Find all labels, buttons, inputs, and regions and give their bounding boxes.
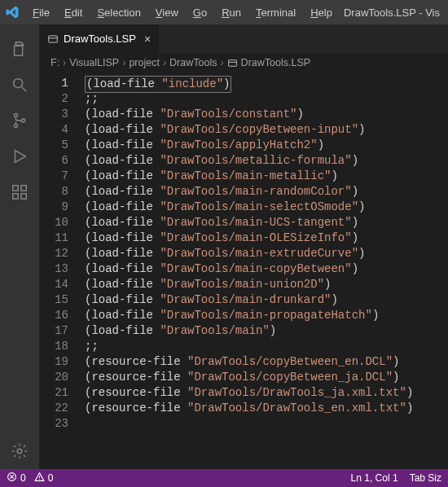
- svg-rect-6: [13, 194, 18, 199]
- code-line[interactable]: (load-file "DrawTools/metallic-formula"): [85, 153, 448, 169]
- line-number: 11: [39, 230, 68, 246]
- code-line[interactable]: (load-file "DrawTools/main-propagateHatc…: [85, 308, 448, 323]
- line-number: 18: [39, 339, 68, 354]
- editor-area: DrawTools.LSP × F: › VisualLISP › projec…: [39, 24, 448, 469]
- breadcrumb-sep-icon: ›: [63, 57, 66, 68]
- svg-point-4: [22, 119, 25, 122]
- code-line[interactable]: (load-file "DrawTools/copyBetween-input"…: [85, 122, 448, 138]
- line-number: 3: [39, 107, 68, 122]
- warning-icon: [34, 472, 45, 485]
- settings-gear-icon[interactable]: [0, 433, 39, 469]
- code-line[interactable]: (load-file "DrawTools/applyHatch2"): [85, 138, 448, 153]
- code-line[interactable]: (load-file "DrawTools/main-union2D"): [85, 277, 448, 292]
- source-control-icon[interactable]: [0, 103, 39, 138]
- breadcrumb-sep-icon: ›: [122, 57, 125, 68]
- svg-rect-8: [21, 186, 26, 191]
- editor-tabs: DrawTools.LSP ×: [39, 24, 448, 53]
- menu-selection[interactable]: Selection: [90, 3, 147, 22]
- code-line[interactable]: (load-file "DrawTools/main-extrudeCurve"…: [85, 246, 448, 261]
- breadcrumb-item[interactable]: DrawTools.LSP: [241, 57, 310, 68]
- file-icon: [47, 33, 59, 45]
- line-number: 13: [39, 261, 68, 277]
- extensions-icon[interactable]: [0, 174, 39, 210]
- code-line[interactable]: ;;: [85, 339, 448, 354]
- line-number: 4: [39, 122, 68, 138]
- window-title: DrawTools.LSP - Vis: [344, 7, 443, 19]
- line-number: 15: [39, 292, 68, 308]
- line-number: 22: [39, 401, 68, 416]
- code-editor[interactable]: 1234567891011121314151617181920212223 (l…: [39, 72, 448, 469]
- breadcrumb-item[interactable]: project: [129, 57, 160, 68]
- line-number: 16: [39, 308, 68, 323]
- status-errors[interactable]: 0 0: [7, 472, 53, 485]
- line-number: 17: [39, 323, 68, 339]
- svg-rect-7: [21, 194, 26, 199]
- code-line[interactable]: (load-file "DrawTools/main-copyBetween"): [85, 261, 448, 277]
- code-line[interactable]: (load-file "DrawTools/main-OLESizeInfo"): [85, 230, 448, 246]
- code-line[interactable]: (load-file "include"): [85, 76, 448, 91]
- code-line[interactable]: ;;: [85, 91, 448, 107]
- code-line[interactable]: (load-file "DrawTools/constant"): [85, 107, 448, 122]
- menu-file[interactable]: File: [26, 3, 56, 22]
- line-number-gutter: 1234567891011121314151617181920212223: [39, 72, 80, 469]
- status-lncol[interactable]: Ln 1, Col 1: [351, 472, 398, 484]
- run-debug-icon[interactable]: [0, 138, 39, 174]
- breadcrumb-sep-icon: ›: [220, 57, 223, 68]
- line-number: 1: [39, 76, 68, 91]
- code-line[interactable]: (resource-file "DrawTools/copyBetween_en…: [85, 354, 448, 370]
- code-line[interactable]: (load-file "DrawTools/main-UCS-tangent"): [85, 215, 448, 230]
- code-line[interactable]: (load-file "DrawTools/main-selectOSmode"…: [85, 200, 448, 215]
- line-number: 7: [39, 169, 68, 184]
- code-line[interactable]: (load-file "DrawTools/main-randomColor"): [85, 184, 448, 200]
- line-number: 9: [39, 200, 68, 215]
- svg-point-3: [14, 124, 17, 127]
- svg-line-1: [22, 87, 27, 92]
- svg-rect-10: [49, 35, 58, 42]
- vscode-logo-icon: [5, 5, 20, 20]
- line-number: 14: [39, 277, 68, 292]
- svg-point-18: [39, 479, 40, 480]
- code-content[interactable]: (load-file "include");;(load-file "DrawT…: [80, 72, 448, 469]
- code-line[interactable]: [85, 416, 448, 432]
- breadcrumb-item[interactable]: VisualLISP: [69, 57, 119, 68]
- code-line[interactable]: (load-file "DrawTools/main-metallic"): [85, 169, 448, 184]
- explorer-icon[interactable]: [0, 31, 39, 67]
- code-line[interactable]: (load-file "DrawTools/main-drunkard"): [85, 292, 448, 308]
- breadcrumb-item[interactable]: F:: [51, 57, 59, 68]
- line-number: 12: [39, 246, 68, 261]
- menu-terminal[interactable]: Terminal: [249, 3, 302, 22]
- line-number: 20: [39, 370, 68, 385]
- line-number: 10: [39, 215, 68, 230]
- svg-point-2: [14, 114, 17, 117]
- line-number: 2: [39, 91, 68, 107]
- code-line[interactable]: (load-file "DrawTools/main"): [85, 323, 448, 339]
- menu-run[interactable]: Run: [215, 3, 248, 22]
- line-number: 6: [39, 153, 68, 169]
- tab-close-icon[interactable]: ×: [144, 33, 151, 46]
- error-icon: [7, 472, 17, 485]
- code-line[interactable]: (resource-file "DrawTools/copyBetween_ja…: [85, 370, 448, 385]
- svg-rect-5: [13, 186, 18, 191]
- code-line[interactable]: (resource-file "DrawTools/DrawTools_en.x…: [85, 401, 448, 416]
- breadcrumb[interactable]: F: › VisualLISP › project › DrawTools › …: [39, 53, 448, 72]
- menu-edit[interactable]: Edit: [58, 3, 89, 22]
- line-number: 23: [39, 416, 68, 432]
- menu-go[interactable]: Go: [187, 3, 213, 22]
- breadcrumb-sep-icon: ›: [163, 57, 166, 68]
- line-number: 8: [39, 184, 68, 200]
- menu-view[interactable]: View: [149, 3, 185, 22]
- status-tabsize[interactable]: Tab Siz: [410, 472, 441, 484]
- menu-help[interactable]: Help: [304, 3, 339, 22]
- line-number: 21: [39, 385, 68, 401]
- search-icon[interactable]: [0, 67, 39, 103]
- main-menu: File Edit Selection View Go Run Terminal…: [26, 3, 339, 22]
- tab-drawtools[interactable]: DrawTools.LSP ×: [39, 24, 160, 53]
- breadcrumb-item[interactable]: DrawTools: [169, 57, 217, 68]
- file-icon: [227, 58, 238, 68]
- tab-label: DrawTools.LSP: [64, 33, 136, 45]
- code-line[interactable]: (resource-file "DrawTools/DrawTools_ja.x…: [85, 385, 448, 401]
- svg-rect-12: [228, 59, 236, 66]
- svg-point-0: [14, 79, 23, 88]
- line-number: 19: [39, 354, 68, 370]
- status-bar: 0 0 Ln 1, Col 1 Tab Siz: [0, 469, 448, 487]
